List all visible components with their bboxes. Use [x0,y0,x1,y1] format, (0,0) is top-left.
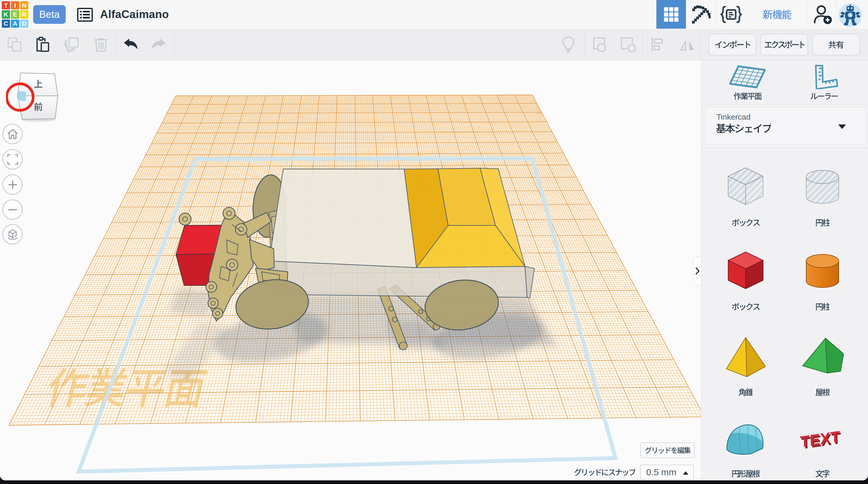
shape-item-roundroof-cyan[interactable]: 円形屋根 [704,416,787,478]
shape-label: 屋根 [815,388,829,396]
panel-divider [701,148,868,148]
library-name: 基本シェイプ [716,123,771,133]
design-title[interactable]: AlfaCaimano [100,0,169,29]
toolbar-divider [584,29,584,60]
fit-view-icon [7,154,18,165]
whats-new-link[interactable]: 新機能 [746,0,807,29]
delete-button[interactable] [87,29,115,60]
align-icon [650,37,666,53]
user-avatar[interactable] [838,4,862,27]
redo-icon [151,38,167,51]
shape-item-pyramid-yellow[interactable]: 角錐 [704,335,787,396]
align-button[interactable] [644,29,672,60]
paste-icon [35,37,50,53]
library-brand: Tinkercad [716,113,750,122]
logo-tile: A [11,20,19,28]
shape-label: 文字 [815,470,829,478]
beta-badge[interactable]: Beta [33,5,66,24]
copy-icon [7,37,22,52]
perspective-toggle-button[interactable] [2,224,23,244]
shape-icon-pyramid-yellow [721,335,771,381]
shape-label: 円柱 [815,218,829,226]
shape-label: ボックス [732,303,760,311]
add-person-icon [812,4,833,25]
codeblocks-button[interactable] [716,0,746,29]
share-button[interactable]: 共有 [812,34,860,56]
shape-icon-box-striped [721,165,771,211]
import-button[interactable]: インポート [709,34,756,56]
codeblocks-icon [720,5,742,24]
ruler-tool-label: ルーラー [810,92,838,100]
shape-icon-roof-green [798,335,847,381]
snap-caret-icon [683,471,688,475]
duplicate-button[interactable] [58,29,85,60]
export-button[interactable]: エクスポート [761,34,808,56]
shape-icon-box-red [721,249,771,295]
light-button[interactable] [555,29,582,60]
dropdown-caret-icon [838,124,846,129]
zoom-out-button[interactable] [2,200,23,220]
fit-view-button[interactable] [2,149,23,170]
screen-root: TINKERCAD Beta AlfaCaimano [0,0,868,484]
shape-icon-text-red: TEXT TEXT [798,416,847,462]
shape-icon-cylinder-orange [798,249,847,295]
toolbar-divider [700,29,701,60]
view-cube[interactable] [6,69,69,127]
panel-collapse-handle[interactable] [693,256,701,285]
ruler-tool[interactable]: ルーラー [788,63,860,104]
logo-tile: E [11,10,19,19]
zoom-in-icon [7,179,18,190]
snap-grid-select[interactable]: 0.5 mm [640,465,694,480]
duplicate-icon [64,37,79,53]
workplane-tool-label: 作業平面 [734,92,761,100]
shape-item-roof-green[interactable]: 屋根 [781,335,864,396]
shape-label: 角錐 [738,388,752,396]
shape-label: 円形屋根 [732,470,760,478]
home-view-button[interactable] [2,124,23,144]
blocks-grid-icon [664,7,679,22]
ungroup-button[interactable] [614,29,642,60]
home-icon [7,129,19,140]
design-properties-icon[interactable] [77,8,93,23]
shape-icon-roundroof-cyan [721,416,771,462]
undo-button[interactable] [117,29,144,60]
tinkercad-logo[interactable]: TINKERCAD [2,1,28,28]
design-canvas[interactable]: グリッドを編集 グリッドにスナップ 0.5 mm [0,60,701,480]
redo-button[interactable] [145,29,173,60]
mirror-icon [680,37,695,53]
logo-tile: R [20,10,28,19]
shape-icon-cylinder-striped [798,165,847,211]
trash-icon [93,37,108,53]
shape-item-box-striped[interactable]: ボックス [704,165,787,226]
shape-item-text-red[interactable]: TEXT TEXT 文字 [781,416,864,478]
logo-tile: D [20,20,28,28]
panel-divider [701,104,868,104]
chevron-right-icon [695,267,700,275]
shape-item-cylinder-orange[interactable]: 円柱 [781,249,864,311]
group-button[interactable] [585,29,613,60]
ruler-tool-icon [807,63,841,89]
mirror-button[interactable] [674,29,701,60]
lightbulb-icon [561,36,576,53]
zoom-in-button[interactable] [2,175,23,195]
zoom-out-icon [7,204,18,215]
invite-button[interactable] [807,0,838,29]
shape-item-box-red[interactable]: ボックス [704,249,787,311]
toolbar-divider [554,29,554,60]
undo-icon [123,38,138,51]
shape-library-dropdown[interactable]: Tinkercad 基本シェイプ [705,107,866,145]
edit-grid-button[interactable]: グリッドを編集 [641,443,695,458]
shape-label: ボックス [732,218,760,226]
logo-tile: K [2,10,10,19]
copy-button[interactable] [1,29,29,60]
paste-button[interactable] [29,29,56,60]
minecraft-export-button[interactable] [686,0,716,29]
app-window: TINKERCAD Beta AlfaCaimano [0,0,868,480]
workplane-tool-icon [730,63,766,89]
toolbar-divider [643,29,643,60]
header-bar: TINKERCAD Beta AlfaCaimano [0,0,868,29]
shape-item-cylinder-striped[interactable]: 円柱 [781,165,864,226]
blocks-view-button[interactable] [656,0,686,29]
toolbar-divider [175,29,175,60]
workplane-tool[interactable]: 作業平面 [711,63,784,104]
